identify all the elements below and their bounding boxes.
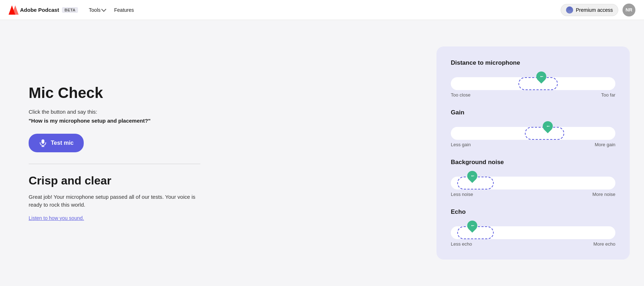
adobe-icon: [9, 5, 19, 15]
premium-button[interactable]: Premium access: [561, 4, 618, 16]
metric-background-noise-slider[interactable]: [451, 171, 615, 189]
tools-label: Tools: [89, 7, 101, 13]
metric-background-noise-pin-head: [465, 169, 479, 183]
metric-gain: GainLess gainMore gain: [451, 109, 615, 147]
right-panel: Distance to microphoneToo closeToo farGa…: [422, 20, 644, 286]
metric-echo: EchoLess echoMore echo: [451, 208, 615, 247]
premium-label: Premium access: [576, 7, 613, 13]
metric-gain-pin: [543, 121, 553, 137]
metric-background-noise-label: Background noise: [451, 159, 615, 166]
nav-right: Premium access NR: [561, 4, 635, 16]
brand-text: Adobe Podcast: [20, 7, 59, 13]
metric-distance-checkmark-icon: [539, 74, 544, 79]
left-panel: Mic Check Click the button and say this:…: [0, 20, 422, 286]
metric-background-noise: Background noiseLess noiseMore noise: [451, 159, 615, 197]
metric-distance: Distance to microphoneToo closeToo far: [451, 59, 615, 98]
metric-background-noise-min-label: Less noise: [451, 192, 473, 197]
navbar: Adobe Podcast BETA Tools Features Premiu…: [0, 0, 644, 20]
features-link[interactable]: Features: [111, 5, 137, 15]
metric-gain-pin-head: [541, 119, 555, 133]
metric-distance-range: Too closeToo far: [451, 92, 615, 98]
left-content: Mic Check Click the button and say this:…: [29, 85, 200, 221]
metric-gain-max-label: More gain: [595, 142, 615, 147]
prompt-quote: "How is my microphone setup and placemen…: [29, 118, 200, 124]
result-description: Great job! Your microphone setup passed …: [29, 193, 200, 209]
tools-menu[interactable]: Tools: [85, 5, 109, 15]
page-title: Mic Check: [29, 85, 200, 101]
divider: [29, 164, 200, 164]
premium-icon: [566, 6, 573, 14]
tools-chevron-icon: [101, 7, 106, 12]
metric-echo-min-label: Less echo: [451, 241, 472, 247]
metric-gain-label: Gain: [451, 109, 615, 116]
result-title: Crisp and clear: [29, 174, 200, 187]
metric-background-noise-checkmark-icon: [470, 173, 475, 178]
microphone-icon: [39, 139, 47, 147]
metric-echo-label: Echo: [451, 208, 615, 216]
metric-gain-checkmark-icon: [545, 124, 550, 129]
avatar-initials: NR: [626, 7, 633, 13]
metric-distance-min-label: Too close: [451, 92, 470, 98]
svg-rect-2: [42, 139, 44, 144]
avatar[interactable]: NR: [623, 4, 635, 16]
logo: Adobe Podcast BETA: [9, 5, 78, 15]
metric-echo-checkmark-icon: [470, 223, 475, 228]
metric-echo-max-label: More echo: [594, 241, 615, 247]
metric-echo-pin: [467, 221, 477, 236]
beta-badge: BETA: [62, 7, 78, 13]
brand-name: Adobe Podcast: [9, 5, 59, 15]
metric-gain-slider[interactable]: [451, 121, 615, 140]
test-mic-label: Test mic: [51, 140, 74, 146]
metric-background-noise-range: Less noiseMore noise: [451, 192, 615, 197]
listen-link[interactable]: Listen to how you sound.: [29, 215, 84, 221]
metric-distance-max-label: Too far: [601, 92, 615, 98]
metric-distance-pin-head: [534, 69, 548, 84]
main-content: Mic Check Click the button and say this:…: [0, 20, 644, 286]
metric-gain-range: Less gainMore gain: [451, 142, 615, 147]
metric-echo-slider[interactable]: [451, 221, 615, 239]
test-mic-button[interactable]: Test mic: [29, 134, 84, 152]
metric-background-noise-pin: [467, 171, 477, 187]
metric-distance-pin: [536, 72, 546, 87]
features-label: Features: [114, 7, 134, 13]
metrics-card: Distance to microphoneToo closeToo farGa…: [436, 46, 630, 260]
metric-echo-range: Less echoMore echo: [451, 241, 615, 247]
metric-distance-label: Distance to microphone: [451, 59, 615, 66]
instruction-text: Click the button and say this:: [29, 109, 200, 115]
metric-background-noise-max-label: More noise: [592, 192, 615, 197]
metric-gain-min-label: Less gain: [451, 142, 471, 147]
metric-echo-pin-head: [465, 218, 479, 233]
nav-links: Tools Features: [85, 5, 137, 15]
metric-distance-slider[interactable]: [451, 72, 615, 90]
